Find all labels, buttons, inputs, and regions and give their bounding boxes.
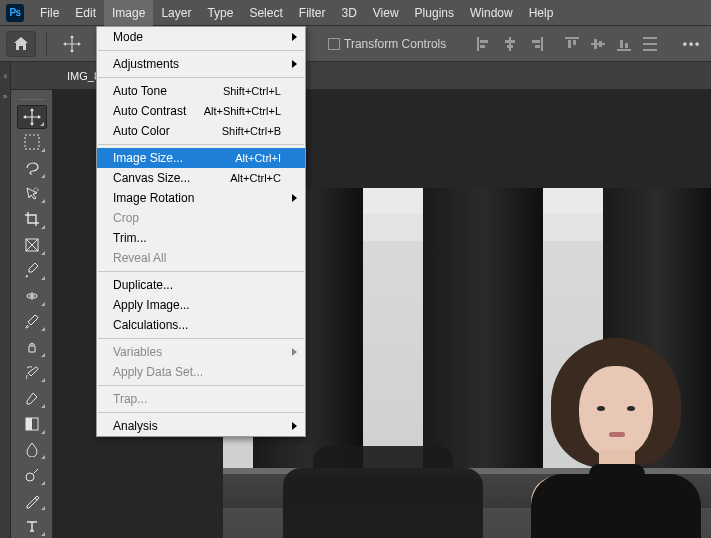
svg-rect-18 bbox=[643, 37, 657, 39]
submenu-indicator-icon bbox=[41, 353, 45, 357]
submenu-indicator-icon bbox=[40, 122, 44, 126]
menu-shortcut: Alt+Ctrl+I bbox=[235, 152, 281, 164]
submenu-indicator-icon bbox=[41, 276, 45, 280]
submenu-indicator-icon bbox=[41, 404, 45, 408]
menu-item-select[interactable]: Select bbox=[241, 0, 290, 26]
tool-clone[interactable] bbox=[17, 335, 47, 359]
svg-rect-5 bbox=[507, 45, 513, 48]
tool-dodge[interactable] bbox=[17, 463, 47, 487]
menu-label: Adjustments bbox=[113, 57, 281, 71]
panel-toggle-gutter[interactable]: » bbox=[0, 90, 11, 538]
menu-item-plugins[interactable]: Plugins bbox=[407, 0, 462, 26]
svg-rect-7 bbox=[532, 40, 540, 43]
distribute-button[interactable] bbox=[637, 31, 663, 57]
align-bottom-button[interactable] bbox=[611, 31, 637, 57]
tool-move[interactable] bbox=[17, 105, 47, 129]
menu-cmd-auto-tone[interactable]: Auto ToneShift+Ctrl+L bbox=[97, 81, 305, 101]
svg-rect-10 bbox=[568, 40, 571, 48]
tool-frame[interactable] bbox=[17, 233, 47, 257]
tool-heal[interactable] bbox=[17, 284, 47, 308]
tool-lasso[interactable] bbox=[17, 156, 47, 180]
tool-type[interactable] bbox=[17, 514, 47, 538]
tool-history-brush[interactable] bbox=[17, 361, 47, 385]
home-button[interactable] bbox=[6, 31, 36, 57]
menu-item-window[interactable]: Window bbox=[462, 0, 521, 26]
svg-rect-13 bbox=[594, 39, 597, 49]
tool-crop[interactable] bbox=[17, 207, 47, 231]
tool-eraser[interactable] bbox=[17, 386, 47, 410]
menu-cmd-trap: Trap... bbox=[97, 389, 305, 409]
menu-item-view[interactable]: View bbox=[365, 0, 407, 26]
submenu-indicator-icon bbox=[41, 302, 45, 306]
svg-rect-12 bbox=[591, 43, 605, 45]
menu-item-help[interactable]: Help bbox=[521, 0, 562, 26]
tool-gradient[interactable] bbox=[17, 412, 47, 436]
tool-quick-select[interactable] bbox=[17, 182, 47, 206]
svg-rect-21 bbox=[25, 135, 39, 149]
menu-cmd-analysis[interactable]: Analysis bbox=[97, 416, 305, 436]
menu-cmd-auto-contrast[interactable]: Auto ContrastAlt+Shift+Ctrl+L bbox=[97, 101, 305, 121]
align-group bbox=[471, 31, 663, 57]
submenu-indicator-icon bbox=[41, 481, 45, 485]
menu-label: Crop bbox=[113, 211, 281, 225]
align-right-button[interactable] bbox=[523, 31, 549, 57]
menu-item-filter[interactable]: Filter bbox=[291, 0, 334, 26]
svg-rect-26 bbox=[26, 418, 32, 430]
menu-cmd-adjustments[interactable]: Adjustments bbox=[97, 54, 305, 74]
menu-cmd-apply-image[interactable]: Apply Image... bbox=[97, 295, 305, 315]
menu-item-image[interactable]: Image bbox=[104, 0, 153, 26]
menu-label: Auto Tone bbox=[113, 84, 223, 98]
menu-item-file[interactable]: File bbox=[32, 0, 67, 26]
app-logo: Ps bbox=[6, 4, 24, 22]
menu-separator bbox=[98, 385, 304, 386]
menu-cmd-duplicate[interactable]: Duplicate... bbox=[97, 275, 305, 295]
menu-cmd-crop: Crop bbox=[97, 208, 305, 228]
menu-label: Auto Color bbox=[113, 124, 222, 138]
menu-cmd-trim[interactable]: Trim... bbox=[97, 228, 305, 248]
menu-shortcut: Alt+Shift+Ctrl+L bbox=[204, 105, 281, 117]
svg-rect-6 bbox=[541, 37, 543, 51]
home-icon bbox=[13, 37, 29, 51]
svg-rect-19 bbox=[643, 43, 657, 45]
menu-cmd-canvas-size[interactable]: Canvas Size...Alt+Ctrl+C bbox=[97, 168, 305, 188]
svg-rect-14 bbox=[599, 41, 602, 47]
menu-label: Trap... bbox=[113, 392, 281, 406]
menu-cmd-image-rotation[interactable]: Image Rotation bbox=[97, 188, 305, 208]
menu-item-layer[interactable]: Layer bbox=[153, 0, 199, 26]
menu-cmd-mode[interactable]: Mode bbox=[97, 27, 305, 47]
menu-label: Duplicate... bbox=[113, 278, 281, 292]
show-transform-controls-checkbox[interactable]: Transform Controls bbox=[328, 37, 446, 51]
menu-cmd-apply-data-set: Apply Data Set... bbox=[97, 362, 305, 382]
panel-toggle-left[interactable]: » bbox=[0, 62, 11, 90]
menu-cmd-auto-color[interactable]: Auto ColorShift+Ctrl+B bbox=[97, 121, 305, 141]
svg-rect-15 bbox=[617, 49, 631, 51]
menu-label: Apply Data Set... bbox=[113, 365, 281, 379]
tool-eyedropper[interactable] bbox=[17, 259, 47, 283]
tool-blur[interactable] bbox=[17, 438, 47, 462]
menu-cmd-image-size[interactable]: Image Size...Alt+Ctrl+I bbox=[97, 148, 305, 168]
menu-label: Variables bbox=[113, 345, 281, 359]
align-left-button[interactable] bbox=[471, 31, 497, 57]
menu-label: Apply Image... bbox=[113, 298, 281, 312]
tool-brush[interactable] bbox=[17, 310, 47, 334]
svg-rect-20 bbox=[643, 49, 657, 51]
menu-label: Reveal All bbox=[113, 251, 281, 265]
tool-marquee[interactable] bbox=[17, 131, 47, 155]
submenu-indicator-icon bbox=[41, 430, 45, 434]
more-options-button[interactable]: ••• bbox=[679, 31, 705, 57]
menu-item-edit[interactable]: Edit bbox=[67, 0, 104, 26]
submenu-arrow-icon bbox=[292, 60, 297, 68]
align-center-v-button[interactable] bbox=[585, 31, 611, 57]
menu-item-type[interactable]: Type bbox=[199, 0, 241, 26]
tool-pen[interactable] bbox=[17, 489, 47, 513]
move-tool-indicator-icon[interactable] bbox=[57, 31, 87, 57]
menu-shortcut: Alt+Ctrl+C bbox=[230, 172, 281, 184]
menu-cmd-calculations[interactable]: Calculations... bbox=[97, 315, 305, 335]
align-top-button[interactable] bbox=[559, 31, 585, 57]
chevron-right-icon: » bbox=[3, 92, 7, 101]
svg-rect-8 bbox=[535, 45, 540, 48]
align-center-h-button[interactable] bbox=[497, 31, 523, 57]
menu-item-3d[interactable]: 3D bbox=[333, 0, 364, 26]
toolbar bbox=[11, 90, 53, 538]
submenu-indicator-icon bbox=[41, 199, 45, 203]
